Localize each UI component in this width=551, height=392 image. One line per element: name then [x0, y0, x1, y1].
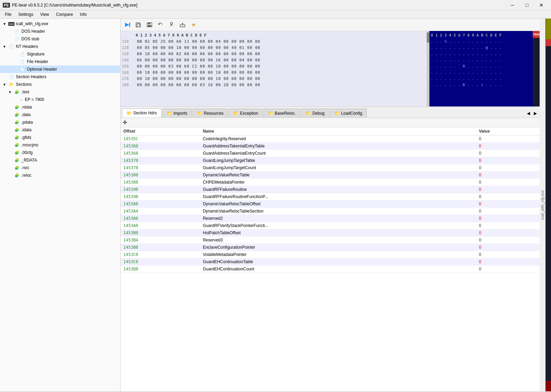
sections-toggle[interactable]: ▼ [3, 83, 8, 86]
tab-basereloc[interactable]: 📁 BaseReloc. [263, 109, 300, 117]
tab-folder-icon-2: 📁 [167, 111, 172, 116]
table-row[interactable]: 145398 GuardRFFailureRoutineFunctionP...… [121, 193, 540, 200]
menu-view[interactable]: View [37, 11, 53, 18]
table-row[interactable]: 1453A8 GuardRFVerifyStackPointerFuncti..… [121, 222, 540, 229]
tree-optional-header[interactable]: 📄 Optional Header [0, 65, 120, 73]
tree-section-headers[interactable]: 📄 Section Headers [0, 73, 120, 81]
page-icon-6: 📄 [19, 66, 25, 72]
toolbar-btn-6[interactable] [178, 20, 187, 30]
toolbar-pin-btn[interactable] [167, 20, 176, 30]
hex-bytes: 0B 02 0E 25 00 A0 11 00 00 80 04 00 00 0… [134, 39, 260, 44]
close-button[interactable]: ✕ [534, 0, 548, 10]
row-offset: 1453D0 [121, 266, 200, 273]
tree-sections[interactable]: ▼ 📁 Sections [0, 81, 120, 88]
tree-00cfg[interactable]: 🧩 .00cfg [0, 149, 120, 156]
tree-dos-stub[interactable]: 📄 DOS stub [0, 35, 120, 43]
minimize-button[interactable]: ─ [506, 0, 519, 10]
tree-pdata[interactable]: 🧩 .pdata [0, 118, 120, 126]
tree-nt-headers[interactable]: ▼ 📄 NT Headers [0, 43, 120, 50]
table-row[interactable]: 145368 GuardAddressTakenIatEntryCount 0 [121, 150, 540, 157]
menu-compare[interactable]: Compare [53, 11, 76, 18]
tab-resources[interactable]: 📁 Resources [193, 109, 228, 117]
tree-root-toggle[interactable]: ▼ [3, 22, 8, 26]
toolbar-star-btn[interactable]: ★ [189, 20, 198, 30]
menu-info[interactable]: Info [76, 11, 90, 18]
msvcjmc-label: .msvcjmc [21, 143, 39, 147]
tree-rsrc[interactable]: 🧩 .rsrc [0, 164, 120, 172]
svg-line-10 [170, 25, 171, 26]
detail-table-wrapper[interactable]: Offset Name Value 14535C CodeIntegrity.R… [121, 127, 540, 391]
table-row[interactable]: 1453B0 HotPatchTableOffset 0 [121, 229, 540, 237]
table-row[interactable]: 145370 GuardLongJumpTargetTable 0 [121, 157, 540, 164]
row-offset: 145378 [121, 164, 200, 172]
svg-rect-5 [148, 23, 150, 24]
toolbar: ★ [121, 19, 540, 31]
table-row[interactable]: 1453D0 GuardEHContinuationCount 0 [121, 266, 540, 273]
toolbar-undo-btn[interactable] [156, 20, 165, 30]
tree: ▼ exe icall_with_cfg.exe 📄 DOS Header 📄 … [0, 19, 120, 391]
table-row[interactable]: 145390 GuardRFFailureRoutine 0 [121, 186, 540, 193]
table-row[interactable]: 1453A0 DynamicValueRelocTableOffset 0 [121, 200, 540, 208]
table-row[interactable]: 1453A4 DynamicValueRelocTableSection 0 [121, 208, 540, 215]
tree-dos-header[interactable]: 📄 DOS Header [0, 28, 120, 35]
tree-text[interactable]: ▼ 🧩 .text [0, 88, 120, 96]
crosshair-icon[interactable]: ✛ [123, 119, 127, 126]
tree-rdata[interactable]: 🧩 .rdata [0, 103, 120, 111]
table-row[interactable]: 145388 CHPEMetadataPointer 0 [121, 179, 540, 186]
table-row[interactable]: 14535C CodeIntegrity.Reserved 0 [121, 135, 540, 143]
hex-bytes: 00 00 00 00 03 00 60 C1 00 00 10 00 00 0… [134, 64, 260, 69]
svg-marker-0 [125, 23, 129, 27]
nt-headers-toggle[interactable]: ▼ [3, 45, 8, 49]
tab-exception[interactable]: 📁 Exception [229, 109, 263, 117]
tab-debug[interactable]: 📁 Debug [301, 109, 329, 117]
hex-row: 158 00 00 00 00 03 00 60 C1 00 00 10 00 … [122, 63, 425, 69]
tab-basereloc-label: BaseReloc. [275, 111, 296, 116]
table-row[interactable]: 1453C8 GuardEHContinuationTable 0 [121, 258, 540, 266]
right-panel: ★ 0 1 2 3 4 5 6 7 8 9 A B C D E F 118 0B… [121, 19, 540, 391]
text-toggle[interactable]: ▼ [8, 90, 14, 94]
hex-scrollbar-thumb[interactable] [427, 32, 429, 43]
hex-row: 178 00 10 00 00 00 00 00 00 00 00 10 00 … [122, 75, 425, 82]
maximize-button[interactable]: □ [520, 0, 534, 10]
row-name: DynamicValueRelocTableOffset [200, 200, 476, 208]
tree-reloc[interactable]: 🧩 .reloc [0, 172, 120, 179]
minimap-section-2 [546, 39, 551, 46]
row-value: 0 [476, 157, 540, 164]
toolbar-forward-btn[interactable] [123, 20, 132, 30]
data-label: .data [21, 112, 31, 117]
tree-idata[interactable]: 🧩 .idata [0, 126, 120, 134]
tab-section-hdrs[interactable]: 📁 Section Hdrs [122, 109, 162, 117]
tab-prev-btn[interactable]: ◀ [525, 109, 531, 117]
menu-settings[interactable]: Settings [15, 11, 37, 18]
table-row[interactable]: 1453B4 Reserved3 0 [121, 237, 540, 244]
row-value: 0 [476, 237, 540, 244]
tree-signature[interactable]: 📄 Signature [0, 50, 120, 58]
table-row[interactable]: 1453B8 EnclaveConfigurationPointer 0 [121, 244, 540, 251]
tree-msvcjmc[interactable]: 🧩 .msvcjmc [0, 141, 120, 149]
tree-file-header[interactable]: 📄 File Header [0, 58, 120, 65]
hex-scrollbar[interactable] [427, 31, 429, 106]
tree-data[interactable]: 🧩 .data [0, 111, 120, 118]
tab-loadconfig[interactable]: 📁 LoadConfig [330, 109, 367, 117]
hex-header: 0 1 2 3 4 5 6 7 8 9 A B C D E F [122, 32, 425, 38]
tree-gfids[interactable]: 🧩 .gfids [0, 134, 120, 141]
hex-row: 148 06 00 00 00 00 00 00 00 00 90 16 00 … [122, 57, 425, 63]
toolbar-btn-3[interactable] [145, 20, 154, 30]
toolbar-btn-2[interactable] [134, 20, 143, 30]
svg-marker-13 [181, 23, 184, 24]
tree-ep[interactable]: → EP = 7900 [0, 96, 120, 103]
minimap: 7900 [533, 31, 540, 106]
table-row[interactable]: 1453C0 VolatileMetadataPointer 0 [121, 251, 540, 258]
table-row[interactable]: 145360 GuardAddressTakenIatEntryTable 0 [121, 143, 540, 150]
menu-file[interactable]: File [1, 11, 15, 18]
row-offset: 1453A4 [121, 208, 200, 215]
hex-row: 118 0B 02 0E 25 00 A0 11 00 00 80 04 00 … [122, 38, 425, 44]
table-row[interactable]: 145378 GuardLongJumpTargetCount 0 [121, 164, 540, 172]
table-row[interactable]: 1453A6 Reserved2 0 [121, 215, 540, 222]
tab-next-btn[interactable]: ▶ [532, 109, 538, 117]
tree-root[interactable]: ▼ exe icall_with_cfg.exe [0, 20, 120, 28]
tab-imports[interactable]: 📁 Imports [162, 109, 192, 117]
table-row[interactable]: 145380 DynamicValueRelocTable 0 [121, 172, 540, 179]
tree-rdata2[interactable]: 🧩 _RDATA [0, 156, 120, 164]
main-layout: ▼ exe icall_with_cfg.exe 📄 DOS Header 📄 … [0, 19, 551, 391]
